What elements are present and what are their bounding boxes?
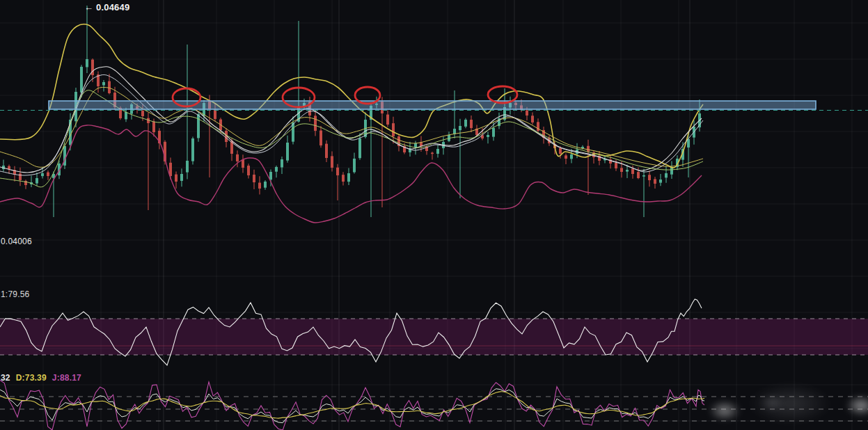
- kdj-k-line: [0, 389, 704, 423]
- price-callout-label: ← 0.04649: [84, 3, 129, 13]
- chart-canvas[interactable]: [0, 0, 868, 430]
- rsi-panel: [0, 299, 868, 365]
- grid-lines: [0, 0, 868, 430]
- price-level-label: 0.04006: [1, 237, 32, 246]
- ma-pale-line: [0, 74, 703, 175]
- kdj-value-labels: 32D:73.39J:88.17: [1, 373, 87, 383]
- rsi-value-label: 1:79.56: [1, 289, 29, 299]
- kdj-j-line: [0, 380, 704, 430]
- boll-mid-line: [0, 67, 702, 173]
- kdj-j-value: J:88.17: [52, 373, 81, 383]
- kdj-d-line: [0, 392, 704, 418]
- resistance-zone-rectangle[interactable]: [49, 101, 816, 109]
- kdj-k-value: 32: [1, 373, 10, 383]
- trading-chart-screenshot: ← 0.04649 0.04006 1:79.56 32D:73.39J:88.…: [0, 0, 868, 430]
- kdj-lines: [0, 380, 704, 430]
- boll-upper-line: [0, 24, 703, 168]
- overlay-lines: [0, 24, 703, 223]
- drawing-annotations[interactable]: [0, 86, 868, 111]
- kdj-d-value: D:73.39: [16, 373, 47, 383]
- candles-layer: [2, 6, 701, 217]
